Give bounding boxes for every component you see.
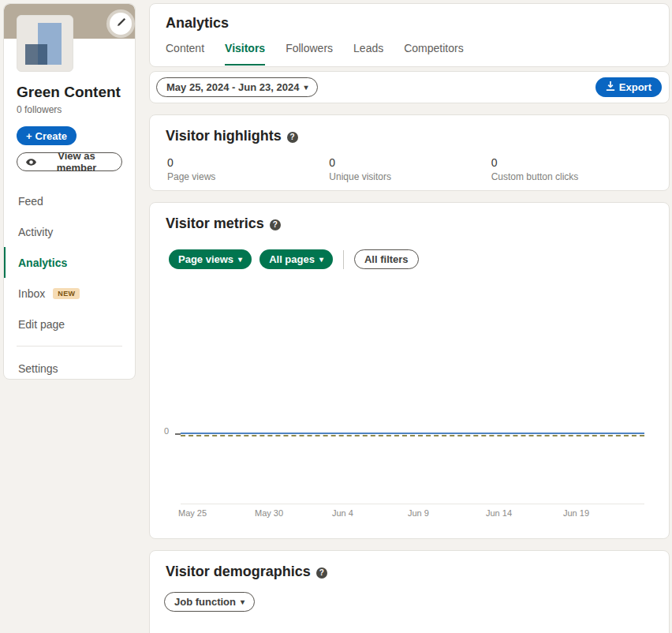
menu-divider bbox=[17, 346, 122, 346]
toolbar-card: May 25, 2024 - Jun 23, 2024 ▾ Export bbox=[149, 71, 670, 103]
all-filters-button[interactable]: All filters bbox=[354, 249, 419, 269]
page-title: Analytics bbox=[150, 4, 669, 32]
chevron-down-icon: ▾ bbox=[304, 84, 308, 92]
org-name: Green Content bbox=[17, 83, 122, 102]
analytics-tabs: Content Visitors Followers Leads Competi… bbox=[150, 42, 669, 66]
analytics-header-card: Analytics Content Visitors Followers Lea… bbox=[149, 3, 670, 67]
visitor-metrics-title: Visitor metrics bbox=[166, 215, 264, 232]
visitor-demographics-title: Visitor demographics bbox=[166, 564, 311, 580]
visitor-metrics-chart: 0 May 25 May 30 Jun 4 Jun 9 Jun 14 Jun 1… bbox=[150, 271, 669, 474]
edit-cover-button[interactable] bbox=[110, 13, 132, 35]
sidebar-item-feed[interactable]: Feed bbox=[4, 185, 135, 216]
chevron-down-icon: ▾ bbox=[238, 256, 242, 264]
mobile-series-line bbox=[181, 435, 644, 436]
x-tick-label: Jun 9 bbox=[408, 508, 429, 518]
x-axis-line bbox=[181, 504, 644, 504]
y-axis-tick-label: 0 bbox=[164, 426, 169, 436]
stat-custom-button-clicks: 0 Custom button clicks bbox=[491, 156, 653, 182]
chevron-down-icon: ▾ bbox=[319, 256, 323, 264]
sidebar-item-analytics[interactable]: Analytics bbox=[4, 247, 135, 278]
date-range-dropdown[interactable]: May 25, 2024 - Jun 23, 2024 ▾ bbox=[156, 77, 318, 97]
highlight-stats: 0 Page views 0 Unique visitors 0 Custom … bbox=[150, 144, 669, 182]
stat-unique-visitors: 0 Unique visitors bbox=[329, 156, 491, 182]
sidebar-item-settings[interactable]: Settings bbox=[4, 353, 135, 380]
view-as-member-button[interactable]: View as member bbox=[17, 152, 122, 171]
visitor-highlights-title: Visitor highlights bbox=[166, 128, 282, 144]
new-badge: NEW bbox=[53, 288, 80, 299]
visitor-demographics-card: Visitor demographics ? Job function ▾ bbox=[149, 550, 670, 633]
tab-content[interactable]: Content bbox=[166, 42, 204, 66]
stat-page-views: 0 Page views bbox=[167, 156, 329, 182]
org-sidebar: Green Content 0 followers +Create View a… bbox=[3, 3, 136, 380]
tab-competitors[interactable]: Competitors bbox=[404, 42, 463, 66]
visitor-metrics-card: Visitor metrics ? Page views ▾ All pages… bbox=[149, 202, 670, 539]
org-logo bbox=[17, 15, 73, 72]
create-button[interactable]: +Create bbox=[17, 126, 77, 145]
tab-leads[interactable]: Leads bbox=[353, 42, 383, 66]
tab-followers[interactable]: Followers bbox=[286, 42, 333, 66]
sidebar-menu: Feed Activity Analytics Inbox NEW Edit p… bbox=[4, 185, 135, 380]
eye-icon bbox=[26, 156, 36, 168]
x-tick-label: May 25 bbox=[178, 508, 207, 518]
sidebar-item-activity[interactable]: Activity bbox=[4, 216, 135, 247]
x-tick-label: Jun 14 bbox=[486, 508, 512, 518]
sidebar-item-inbox[interactable]: Inbox NEW bbox=[4, 278, 135, 309]
download-icon bbox=[606, 81, 615, 93]
job-function-dropdown[interactable]: Job function ▾ bbox=[164, 592, 255, 612]
metric-filter-dropdown[interactable]: Page views ▾ bbox=[169, 249, 252, 269]
help-icon[interactable]: ? bbox=[287, 132, 298, 143]
export-button[interactable]: Export bbox=[595, 77, 662, 97]
sidebar-item-edit-page[interactable]: Edit page bbox=[4, 309, 135, 339]
pages-filter-dropdown[interactable]: All pages ▾ bbox=[259, 249, 333, 269]
follower-count: 0 followers bbox=[17, 104, 122, 115]
plus-icon: + bbox=[26, 130, 32, 142]
help-icon[interactable]: ? bbox=[270, 219, 281, 230]
desktop-series-line bbox=[181, 433, 644, 434]
pencil-icon bbox=[116, 17, 126, 30]
x-tick-label: Jun 19 bbox=[563, 508, 589, 518]
logo-bar-dark bbox=[25, 44, 47, 65]
tab-visitors[interactable]: Visitors bbox=[225, 42, 265, 66]
visitor-highlights-card: Visitor highlights ? 0 Page views 0 Uniq… bbox=[149, 114, 670, 191]
x-tick-label: May 30 bbox=[255, 508, 283, 518]
chevron-down-icon: ▾ bbox=[241, 598, 245, 606]
x-tick-label: Jun 4 bbox=[332, 508, 353, 518]
y-axis-tick bbox=[175, 433, 181, 435]
filter-divider bbox=[343, 250, 344, 269]
help-icon[interactable]: ? bbox=[316, 567, 327, 579]
